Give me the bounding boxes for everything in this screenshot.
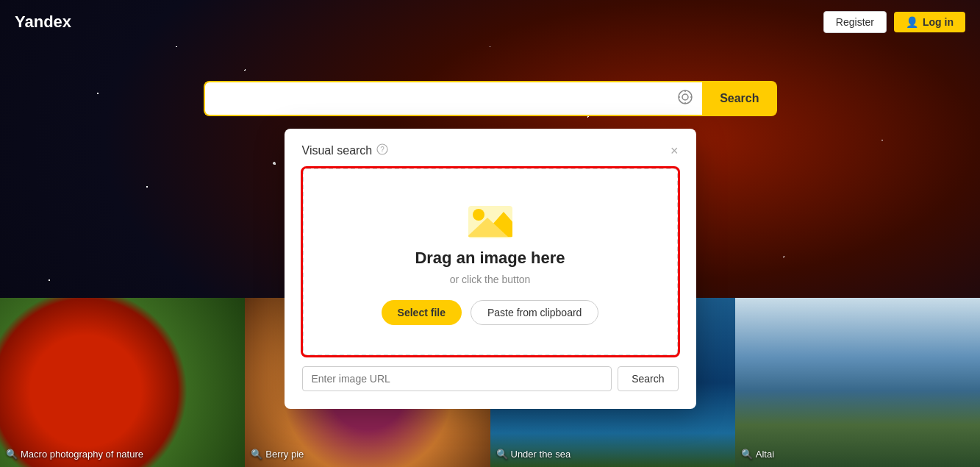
- close-icon[interactable]: ×: [670, 144, 679, 157]
- url-row: Search: [302, 366, 679, 391]
- click-text: or click the button: [318, 274, 662, 285]
- svg-point-9: [473, 209, 484, 221]
- modal-overlay: Visual search ? ×: [0, 0, 980, 467]
- search-url-button[interactable]: Search: [618, 366, 678, 391]
- paste-clipboard-button[interactable]: Paste from clipboard: [471, 300, 598, 325]
- svg-text:?: ?: [380, 146, 385, 154]
- help-icon[interactable]: ?: [376, 143, 388, 157]
- select-file-button[interactable]: Select file: [382, 300, 462, 325]
- modal-header: Visual search ? ×: [302, 143, 679, 157]
- drag-text: Drag an image here: [318, 249, 662, 268]
- image-icon: [467, 199, 514, 237]
- url-input[interactable]: [302, 366, 612, 391]
- visual-search-modal: Visual search ? ×: [285, 129, 696, 409]
- modal-title-row: Visual search ?: [302, 143, 389, 157]
- modal-title: Visual search: [302, 144, 373, 157]
- drop-zone[interactable]: Drag an image here or click the button S…: [302, 168, 679, 356]
- drop-actions: Select file Paste from clipboard: [318, 300, 662, 325]
